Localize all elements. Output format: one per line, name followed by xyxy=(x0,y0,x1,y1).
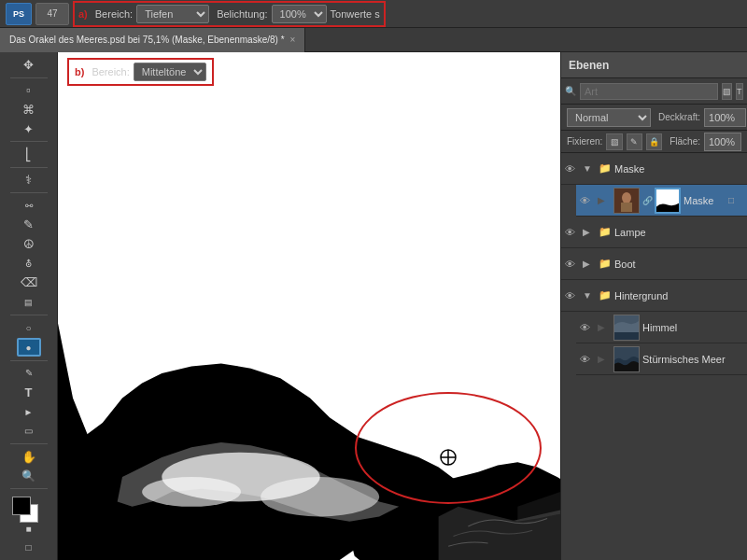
tab-close-button[interactable]: × xyxy=(290,35,296,45)
layer-eye-boot[interactable]: 👁 xyxy=(565,259,580,270)
layers-search-input[interactable] xyxy=(580,83,718,100)
stamp-tool[interactable]: ☮ xyxy=(17,235,41,253)
svg-point-2 xyxy=(261,477,379,516)
tool-separator-1 xyxy=(10,77,48,78)
layer-group-boot[interactable]: 👁 ▶ 📁 Boot xyxy=(561,248,747,280)
blend-mode-row: Normal Multiplizieren Abblenden Deckkraf… xyxy=(561,105,747,131)
gradient-tool[interactable]: ▤ xyxy=(17,293,41,311)
folder-icon-hintergrund: 📁 xyxy=(599,289,612,301)
sponge-tool[interactable]: ● xyxy=(17,338,41,356)
search-icon: 🔍 xyxy=(565,86,576,96)
group-a-label: a) xyxy=(78,8,88,20)
svg-rect-12 xyxy=(614,332,639,340)
document-tab[interactable]: Das Orakel des Meeres.psd bei 75,1% (Mas… xyxy=(0,28,305,52)
layer-link-icon: 🔗 xyxy=(642,196,652,205)
layer-group-lampe[interactable]: 👁 ▶ 📁 Lampe xyxy=(561,217,747,248)
layer-group-hintergrund[interactable]: 👁 ▼ 📁 Hintergrund xyxy=(561,280,747,312)
layer-expand-hintergrund[interactable]: ▼ xyxy=(583,290,596,301)
bereich-label-top: Bereich: xyxy=(95,8,133,20)
layer-himmel[interactable]: 👁 ▶ Himmel xyxy=(576,312,747,343)
layer-eye-lampe[interactable]: 👁 xyxy=(565,227,580,238)
tonwerte-label: Tonwerte s xyxy=(331,8,380,20)
pen-tool[interactable]: ✎ xyxy=(17,364,41,382)
svg-point-3 xyxy=(142,477,241,507)
layer-expand-himmel: ▶ xyxy=(598,322,611,332)
belichtung-label: Belichtung: xyxy=(217,8,267,20)
foreground-color-swatch[interactable] xyxy=(12,497,31,515)
layer-name-maske: Maske xyxy=(614,163,743,175)
layer-eye-maske[interactable]: 👁 xyxy=(565,163,580,175)
canvas-image xyxy=(58,52,560,560)
opacity-input[interactable] xyxy=(704,108,746,127)
tab-bar: Das Orakel des Meeres.psd bei 75,1% (Mas… xyxy=(0,28,747,52)
layer-eye-maske-child[interactable]: 👁 xyxy=(580,195,595,206)
crop-tool[interactable]: ⎣ xyxy=(17,146,41,163)
layer-group-maske[interactable]: 👁 ▼ 📁 Maske xyxy=(561,153,747,185)
lock-position-btn[interactable]: 🔒 xyxy=(646,133,662,150)
blend-mode-select[interactable]: Normal Multiplizieren Abblenden xyxy=(567,108,651,127)
opacity-label: Deckkraft: xyxy=(658,112,700,122)
marquee-tool[interactable]: ▫ xyxy=(17,81,41,99)
move-tool[interactable]: ✥ xyxy=(17,56,41,74)
folder-icon-maske: 📁 xyxy=(599,162,612,175)
flaeche-input[interactable] xyxy=(704,133,741,151)
layer-eye-himmel[interactable]: 👁 xyxy=(580,322,595,333)
bereich-select-top[interactable]: Tiefen Mitteltöne Lichter xyxy=(136,5,209,23)
top-toolbar: PS 47 a) Bereich: Tiefen Mitteltöne Lich… xyxy=(0,0,747,28)
layer-filter-btn-2[interactable]: T xyxy=(736,83,743,100)
layer-mask-thumb xyxy=(655,188,681,214)
layer-expand-lampe[interactable]: ▶ xyxy=(583,227,596,237)
flaeche-label: Fläche: xyxy=(669,136,700,147)
layer-filter-btn-1[interactable]: ▧ xyxy=(722,83,732,100)
layer-name-maske-child: Maske xyxy=(684,195,726,206)
tool-separator-4 xyxy=(10,192,48,193)
layer-name-lampe: Lampe xyxy=(614,227,743,238)
bereich-select-sub[interactable]: Mitteltöne Tiefen Lichter xyxy=(134,63,206,81)
eraser-tool[interactable]: ⌫ xyxy=(17,274,41,292)
layer-meer[interactable]: 👁 ▶ Stürmisches Meer xyxy=(576,343,747,375)
eyedropper-tool[interactable]: ⚕ xyxy=(17,172,41,189)
history-brush-tool[interactable]: ⛢ xyxy=(17,255,41,273)
layer-expand-meer: ▶ xyxy=(598,354,611,364)
tab-title: Das Orakel des Meeres.psd bei 75,1% (Mas… xyxy=(9,35,285,45)
screen-mode-button[interactable]: □ xyxy=(17,539,41,556)
lock-image-btn[interactable]: ✎ xyxy=(627,133,642,150)
layer-options-icon[interactable]: □ xyxy=(728,195,743,205)
layer-eye-meer[interactable]: 👁 xyxy=(580,354,595,365)
layer-name-meer: Stürmisches Meer xyxy=(642,354,743,365)
type-tool[interactable]: T xyxy=(17,384,41,401)
layer-maske-child[interactable]: 👁 ▶ 🔗 xyxy=(576,185,747,217)
tool-separator-8 xyxy=(10,488,48,489)
tool-separator-6 xyxy=(10,360,48,361)
hand-tool[interactable]: ✋ xyxy=(17,448,41,466)
healing-tool[interactable]: ⚯ xyxy=(17,197,41,215)
lasso-tool[interactable]: ⌘ xyxy=(17,101,41,119)
lock-row: Fixieren: ▧ ✎ 🔒 Fläche: xyxy=(561,131,747,153)
brush-size-display[interactable]: 47 xyxy=(35,3,69,25)
folder-icon-lampe: 📁 xyxy=(599,226,612,238)
zoom-tool[interactable]: 🔍 xyxy=(17,467,41,484)
fixieren-label: Fixieren: xyxy=(567,136,602,147)
path-selection-tool[interactable]: ► xyxy=(17,403,41,421)
layer-expand-boot[interactable]: ▶ xyxy=(583,259,596,269)
layer-expand-maske[interactable]: ▼ xyxy=(583,163,596,174)
brush-size-value: 47 xyxy=(47,8,57,19)
toolbar-group-b: b) Bereich: Mitteltöne Tiefen Lichter xyxy=(67,58,214,86)
quick-select-tool[interactable]: ✦ xyxy=(17,120,41,138)
layers-panel-title: Ebenen xyxy=(569,59,609,72)
canvas-svg xyxy=(58,52,560,560)
layer-thumb-maske xyxy=(613,188,640,214)
left-toolbar: ✥ ▫ ⌘ ✦ ⎣ ⚕ ⚯ ✎ ☮ ⛢ ⌫ ▤ ○ ● ✎ T ► ▭ xyxy=(0,52,58,560)
ps-menu-button[interactable]: PS xyxy=(6,3,32,25)
brush-tool[interactable]: ✎ xyxy=(17,217,41,234)
lock-transparent-btn[interactable]: ▧ xyxy=(606,133,622,150)
layers-panel-header: Ebenen xyxy=(561,52,747,78)
belichtung-select[interactable]: 100% xyxy=(272,5,327,23)
tool-separator-5 xyxy=(10,315,48,315)
color-swatches[interactable] xyxy=(12,497,46,516)
layer-thumb-himmel xyxy=(613,315,640,341)
layer-eye-hintergrund[interactable]: 👁 xyxy=(565,290,580,301)
blur-tool[interactable]: ○ xyxy=(17,319,41,337)
shape-tool[interactable]: ▭ xyxy=(17,422,41,440)
svg-point-8 xyxy=(622,192,631,203)
